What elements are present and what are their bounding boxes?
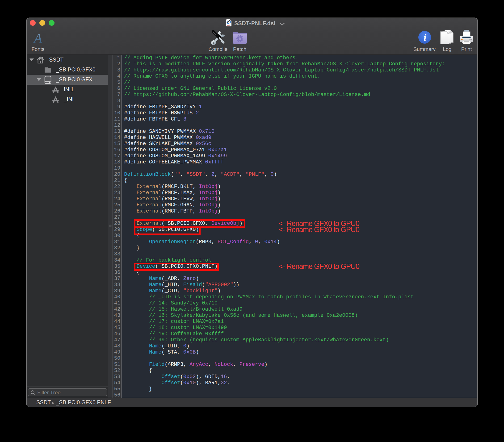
svg-text:DSL: DSL	[227, 25, 230, 26]
svg-text:i: i	[424, 32, 426, 43]
svg-text:A: A	[33, 31, 42, 45]
